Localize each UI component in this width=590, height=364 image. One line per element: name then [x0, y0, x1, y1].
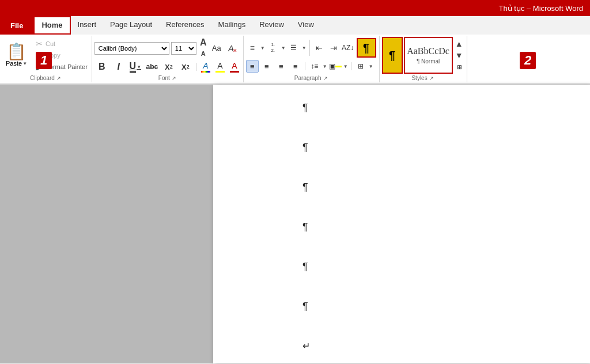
underline-button[interactable]: U ▼ — [128, 60, 143, 73]
font-name-select[interactable]: Calibri (Body) — [94, 42, 169, 55]
tab-view[interactable]: View — [291, 16, 321, 35]
font-size-select[interactable]: 11 — [171, 42, 196, 55]
font-expand-icon[interactable]: ↗ — [171, 75, 177, 81]
numbering-button[interactable]: 1. 2. — [267, 41, 279, 54]
para-mark-5: ¶ — [302, 261, 590, 273]
change-case-button[interactable]: Aa — [210, 42, 223, 55]
paragraph-expand-icon[interactable]: ↗ — [323, 75, 328, 81]
align-right-button[interactable]: ≡ — [275, 60, 288, 73]
paste-button[interactable]: 📋 Paste ▼ — [2, 41, 31, 69]
styles-expand-icon[interactable]: ↗ — [429, 75, 434, 81]
tab-references[interactable]: References — [159, 16, 211, 35]
paragraph-label: Paragraph ↗ — [246, 74, 377, 81]
highlight-color-button[interactable]: A — [214, 60, 226, 73]
window-title: Thủ tục – Microsoft Word — [498, 4, 583, 13]
menu-tabs: File Home Insert Page Layout References … — [0, 16, 590, 35]
document-page[interactable]: ¶ ¶ ¶ ¶ ¶ ¶ ↵ — [213, 85, 590, 363]
shrink-font-button[interactable]: A — [198, 48, 209, 59]
para-marks-container: ¶ ¶ ¶ ¶ ¶ ¶ ↵ — [213, 85, 590, 351]
format-painter-button[interactable]: 🖌 Format Painter — [33, 62, 89, 72]
styles-label: Styles ↗ — [382, 74, 464, 81]
badge-2: 2 — [520, 52, 536, 69]
multilevel-list-button[interactable]: ☰ — [288, 41, 300, 54]
superscript-button[interactable]: X2 — [178, 60, 193, 73]
line-spacing-button[interactable]: ↕≡ — [308, 60, 321, 73]
normal-style-preview: AaBbCcDc — [407, 46, 449, 56]
font-label: Font ↗ — [94, 74, 241, 81]
styles-scroll-up-button[interactable]: ▲ — [454, 39, 464, 49]
clipboard-right: ✂ Cut ⧉ Copy 🖌 Format Painter — [33, 38, 89, 73]
paragraph-group: ≡ ▼ 1. 2. ▼ ☰ ▼ ⇤ ⇥ AZ↓ — [244, 36, 380, 82]
styles-para-mark-icon: ¶ — [389, 49, 395, 62]
para-row-2: ≡ ≡ ≡ ≡ ↕≡ ▼ ▣ ▼ ⊞ ▼ — [246, 59, 373, 73]
clipboard-group: 📋 Paste ▼ ✂ Cut ⧉ Copy — [0, 36, 92, 82]
show-formatting-marks-button[interactable]: ¶ — [357, 38, 376, 58]
italic-button[interactable]: I — [111, 60, 126, 73]
font-row-2: B I U ▼ abc X2 X2 — [94, 60, 241, 74]
styles-more-button[interactable]: ⊞ — [454, 62, 464, 72]
copy-icon: ⧉ — [35, 51, 44, 59]
document-area: ¶ ¶ ¶ ¶ ¶ ¶ ↵ — [0, 85, 590, 363]
clear-formatting-button[interactable]: A ✕ — [225, 42, 237, 55]
font-group: Calibri (Body) 11 A A Aa A ✕ — [92, 36, 244, 82]
decrease-indent-button[interactable]: ⇤ — [313, 41, 326, 54]
para-row-1: ≡ ▼ 1. 2. ▼ ☰ ▼ ⇤ ⇥ AZ↓ — [246, 37, 377, 59]
tab-review[interactable]: Review — [252, 16, 291, 35]
cut-icon: ✂ — [35, 39, 44, 48]
copy-button[interactable]: ⧉ Copy — [33, 51, 89, 60]
bullets-button[interactable]: ≡ — [246, 41, 259, 54]
copy-label: Copy — [46, 52, 60, 59]
paste-dropdown-arrow: ▼ — [22, 61, 27, 66]
paste-icon: 📋 — [6, 44, 27, 60]
sort-button[interactable]: AZ↓ — [342, 41, 354, 54]
text-effects-button[interactable]: A — [199, 60, 212, 73]
grow-font-button[interactable]: A — [198, 37, 209, 48]
borders-button[interactable]: ⊞ — [354, 60, 367, 73]
strikethrough-button[interactable]: abc — [145, 60, 160, 73]
align-center-button[interactable]: ≡ — [260, 60, 273, 73]
para-mark-icon: ¶ — [363, 41, 369, 55]
format-painter-icon: 🖌 — [35, 62, 44, 71]
cut-button[interactable]: ✂ Cut — [33, 39, 89, 49]
font-color-button[interactable]: A — [228, 60, 241, 73]
clipboard-label: Clipboard ↗ — [2, 74, 89, 81]
justify-button[interactable]: ≡ — [289, 60, 302, 73]
doc-margin-left — [0, 85, 213, 363]
increase-indent-button[interactable]: ⇥ — [327, 41, 340, 54]
paste-label: Paste — [6, 60, 22, 67]
styles-scroll-down-button[interactable]: ▼ — [454, 50, 464, 60]
clipboard-expand-icon[interactable]: ↗ — [56, 75, 62, 81]
para-mark-1: ¶ — [302, 102, 590, 114]
format-painter-label: Format Painter — [46, 63, 88, 70]
bold-button[interactable]: B — [94, 60, 109, 73]
font-row-1: Calibri (Body) 11 A A Aa A ✕ — [94, 37, 237, 59]
normal-style-label: ¶ Normal — [417, 58, 440, 65]
styles-para-mark-button[interactable]: ¶ — [382, 37, 403, 74]
ribbon: File Home Insert Page Layout References … — [0, 16, 590, 85]
para-mark-7: ↵ — [302, 340, 590, 351]
subscript-button[interactable]: X2 — [161, 60, 176, 73]
title-bar: Thủ tục – Microsoft Word — [0, 0, 590, 16]
normal-style-box[interactable]: AaBbCcDc ¶ Normal — [404, 37, 453, 74]
styles-scroll-buttons: ▲ ▼ ⊞ — [454, 39, 464, 72]
tab-home[interactable]: Home — [33, 16, 70, 35]
grow-shrink-btns: A A — [198, 37, 209, 59]
shading-button[interactable]: ▣ — [329, 60, 342, 73]
tool-row: 1 📋 Paste ▼ ✂ Cut ⧉ — [0, 35, 590, 84]
cut-label: Cut — [46, 40, 55, 47]
tab-insert[interactable]: Insert — [71, 16, 104, 35]
para-mark-2: ¶ — [302, 142, 590, 154]
tab-file[interactable]: File — [0, 16, 33, 35]
para-mark-4: ¶ — [302, 221, 590, 233]
tab-page-layout[interactable]: Page Layout — [103, 16, 159, 35]
tab-mailings[interactable]: Mailings — [211, 16, 253, 35]
para-mark-6: ¶ — [302, 301, 590, 313]
styles-group: ¶ AaBbCcDc ¶ Normal ▲ ▼ ⊞ Styles ↗ — [380, 36, 467, 82]
align-left-button[interactable]: ≡ — [246, 60, 259, 73]
para-mark-3: ¶ — [302, 181, 590, 194]
